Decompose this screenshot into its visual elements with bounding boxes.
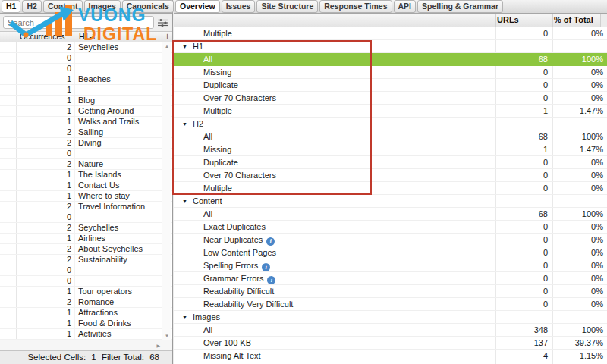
table-row[interactable]: 1Food & Drinks — [0, 318, 172, 329]
table-row[interactable]: 2Seychelles — [0, 42, 172, 53]
filter-options-button[interactable] — [157, 17, 169, 28]
table-row[interactable]: 1Tour operators — [0, 287, 172, 297]
tab-images[interactable]: Images — [84, 0, 121, 13]
search-input[interactable] — [3, 16, 154, 29]
table-row[interactable]: 1Attractions — [0, 308, 172, 318]
table-row[interactable]: 0 — [0, 212, 172, 223]
overview-filter-row[interactable]: Duplicate00% — [174, 156, 607, 169]
overview-filter-row[interactable]: All68100% — [174, 130, 607, 143]
overview-filter-row[interactable]: Multiple11.47% — [174, 105, 607, 118]
table-row[interactable]: 0 — [0, 64, 172, 74]
tab-h1[interactable]: H1 — [2, 0, 20, 13]
table-row[interactable]: 1Beaches — [0, 74, 172, 85]
info-icon[interactable]: i — [262, 263, 270, 271]
h1-cell: The Islands — [75, 170, 172, 180]
occurrences-cell: 1 — [17, 234, 75, 243]
collapse-triangle-icon[interactable]: ▼ — [182, 44, 187, 49]
overview-filter-row[interactable]: Readability Very Difficult00% — [174, 298, 607, 311]
table-row[interactable]: 2About Seychelles — [0, 244, 172, 255]
overview-filter-row[interactable]: All348100% — [174, 324, 607, 337]
tab-overview[interactable]: Overview — [175, 0, 220, 13]
overview-section-row[interactable]: ▼Content — [174, 195, 607, 208]
table-row[interactable]: 0 — [0, 276, 172, 287]
row-margin-cell — [0, 53, 17, 63]
table-row[interactable]: 1Blog — [0, 96, 172, 106]
table-row[interactable]: 0 — [0, 265, 172, 276]
vertical-scrollbar[interactable]: ▲ ▼ — [162, 42, 171, 340]
table-row[interactable]: 2Seychelles — [0, 223, 172, 234]
row-margin-cell — [0, 96, 17, 105]
add-column-icon[interactable]: + — [165, 31, 170, 42]
table-row[interactable]: 1Contact Us — [0, 180, 172, 191]
overview-filter-row[interactable]: Over 70 Characters00% — [174, 169, 607, 182]
overview-filter-row[interactable]: Over 100 KB13739.37% — [174, 337, 607, 350]
row-margin-cell — [0, 223, 17, 233]
table-row[interactable]: 1Getting Around — [0, 106, 172, 117]
scroll-up-icon[interactable]: ▲ — [162, 44, 171, 49]
occurrences-cell: 1 — [17, 329, 75, 339]
overview-filter-row[interactable]: All68100% — [174, 208, 607, 221]
urls-value: 0 — [543, 79, 548, 91]
overview-filter-row[interactable]: Missing11.47% — [174, 143, 607, 156]
table-row[interactable]: 2Nature — [0, 159, 172, 170]
tab-spelling-grammar[interactable]: Spelling & Grammar — [417, 0, 503, 13]
overview-section-row[interactable]: ▼H1 — [174, 40, 607, 53]
table-row[interactable]: 1Walks and Trails — [0, 117, 172, 127]
tab-response-times[interactable]: Response Times — [319, 0, 392, 13]
tab-issues[interactable]: Issues — [222, 0, 256, 13]
overview-filter-row[interactable]: All68100% — [174, 53, 607, 66]
table-row[interactable]: 1Activities — [0, 329, 172, 340]
overview-filter-row[interactable]: Spelling Errorsi00% — [174, 259, 607, 272]
occurrences-column-header[interactable]: Occurrences — [20, 32, 65, 42]
table-row[interactable]: 2Travel Information — [0, 202, 172, 212]
tab-site-structure[interactable]: Site Structure — [256, 0, 318, 13]
row-margin-cell — [0, 64, 17, 74]
overview-filter-row[interactable]: Multiple00% — [174, 27, 607, 40]
occurrences-cell: 0 — [17, 64, 75, 74]
table-row[interactable]: 0 — [0, 149, 172, 159]
h1-cell: Food & Drinks — [75, 318, 172, 328]
overview-filter-row[interactable]: Duplicate00% — [174, 79, 607, 92]
overview-filter-row[interactable]: Missing Alt Text41.15% — [174, 350, 607, 362]
tab-api[interactable]: API — [394, 0, 417, 13]
overview-filter-row[interactable]: Exact Duplicates00% — [174, 221, 607, 234]
filter-label: Missing — [203, 67, 231, 77]
occurrences-cell: 2 — [17, 138, 75, 148]
table-row[interactable]: 2Diving — [0, 138, 172, 149]
overview-filter-row[interactable]: Over 70 Characters00% — [174, 92, 607, 105]
table-row[interactable]: 2Sustainability — [0, 255, 172, 265]
overview-filter-row[interactable]: Near Duplicatesi00% — [174, 234, 607, 246]
tab-h2[interactable]: H2 — [22, 0, 41, 13]
info-icon[interactable]: i — [266, 237, 275, 246]
percent-value: 0% — [591, 298, 603, 310]
urls-value: 0 — [543, 66, 548, 78]
horizontal-scrollbar[interactable]: ▶ — [0, 340, 172, 350]
scroll-down-icon[interactable]: ▼ — [162, 334, 171, 338]
overview-filter-row[interactable]: Missing00% — [174, 66, 607, 79]
info-icon[interactable]: i — [267, 276, 275, 284]
overview-filter-row[interactable]: Grammar Errorsi00% — [174, 272, 607, 285]
collapse-triangle-icon[interactable]: ▼ — [182, 199, 187, 204]
tab-canonicals[interactable]: Canonicals — [122, 0, 174, 13]
overview-section-row[interactable]: ▼Images — [174, 311, 607, 324]
overview-filter-row[interactable]: Multiple00% — [174, 182, 607, 195]
table-row[interactable]: 1Airlines — [0, 234, 172, 244]
table-row[interactable]: 2Romance — [0, 297, 172, 308]
overview-section-row[interactable]: ▼H2 — [174, 118, 607, 130]
row-margin-cell — [0, 318, 17, 328]
occurrences-cell: 1 — [17, 308, 75, 318]
filter-label: Grammar Errors — [203, 274, 263, 283]
tab-content[interactable]: Content — [43, 0, 83, 13]
percent-column-header: % of Total — [554, 15, 593, 24]
overview-filter-row[interactable]: Readability Difficult00% — [174, 285, 607, 298]
h1-column-header[interactable]: H1-1 — [79, 32, 96, 42]
table-row[interactable]: 1The Islands — [0, 170, 172, 180]
scroll-right-icon[interactable]: ▶ — [156, 343, 160, 348]
overview-filter-row[interactable]: Low Content Pages00% — [174, 246, 607, 259]
collapse-triangle-icon[interactable]: ▼ — [182, 315, 187, 320]
collapse-triangle-icon[interactable]: ▼ — [182, 121, 187, 127]
table-row[interactable]: 1 — [0, 85, 172, 96]
table-row[interactable]: 0 — [0, 53, 172, 64]
table-row[interactable]: 1Where to stay — [0, 191, 172, 202]
table-row[interactable]: 2Sailing — [0, 127, 172, 138]
